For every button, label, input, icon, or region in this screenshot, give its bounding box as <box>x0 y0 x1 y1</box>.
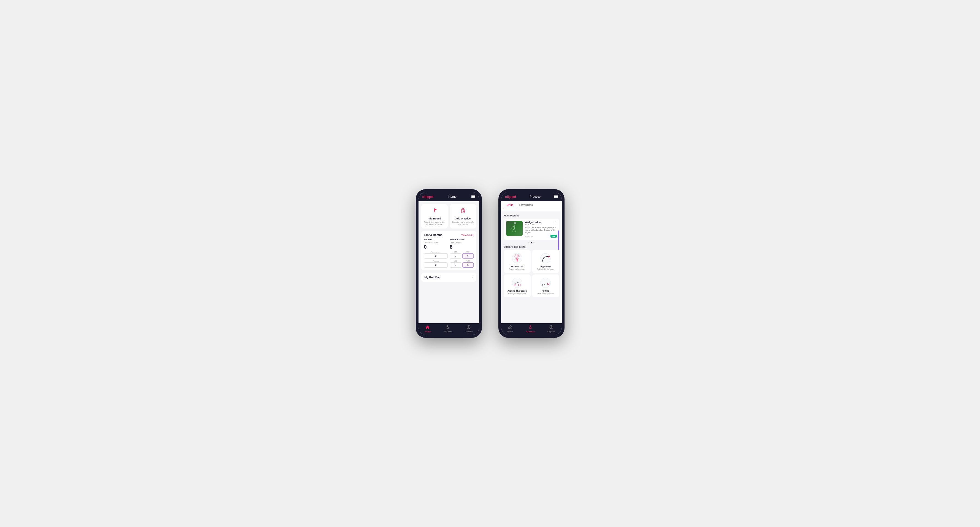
skill-putting-desc: Make and lag practice <box>537 293 554 295</box>
add-practice-title: Add Practice <box>455 217 471 220</box>
drill-description: Play 1 shot at each target yardage. If y… <box>525 226 557 234</box>
arg-label: ARG <box>450 260 461 262</box>
svg-point-44 <box>547 284 548 284</box>
chevron-right-icon: › <box>472 275 473 279</box>
svg-point-43 <box>546 284 547 285</box>
nav-home-2[interactable]: Home <box>508 325 513 333</box>
bottom-nav-1: Home Activities <box>418 323 479 335</box>
app-badge: APP <box>550 235 557 238</box>
skill-approach-name: Approach <box>540 265 550 268</box>
drills-capture-label: Drills Capture <box>450 242 474 244</box>
golf-bag-label: My Golf Bag <box>425 276 441 279</box>
nav-activities-1[interactable]: Activities <box>443 325 452 333</box>
drills-capture-value: 8 <box>450 244 474 250</box>
phone-2: clippd Practice Drills Favourites Most P… <box>498 189 565 338</box>
rounds-title: Rounds <box>424 238 448 241</box>
nav-home-1[interactable]: Home <box>425 325 431 333</box>
skill-approach-desc: Dial-in to hit the green <box>537 268 554 270</box>
dot-2 <box>531 242 532 243</box>
content-2: Most Popular Wedge Ladder 50–100 y <box>501 211 562 323</box>
svg-point-8 <box>447 325 448 327</box>
arg-value: 0 <box>450 262 461 268</box>
drill-shots: ○ 9 shots <box>525 235 533 237</box>
skill-putting-name: Putting <box>542 290 549 292</box>
skill-atg-desc: Hone your short game <box>508 293 526 295</box>
skill-approach[interactable]: Approach Dial-in to hit the green <box>532 250 559 273</box>
most-popular-label: Most Popular <box>504 214 559 217</box>
phone-1: clippd Home Add Rou <box>416 189 482 338</box>
drills-section: Practice Drills Drills Capture 8 OTT 0 A… <box>450 238 474 268</box>
svg-rect-1 <box>434 208 435 212</box>
svg-point-27 <box>541 253 550 263</box>
nav-capture-label-2: Capture <box>547 330 555 333</box>
golf-bag-row[interactable]: My Golf Bag › <box>421 273 476 282</box>
svg-point-28 <box>542 260 543 262</box>
svg-point-42 <box>544 284 545 285</box>
svg-point-0 <box>432 212 437 213</box>
add-round-desc: Record your shots in fast or enhanced mo… <box>423 221 445 226</box>
svg-rect-4 <box>462 208 464 210</box>
shots-count: 9 shots <box>527 235 533 237</box>
svg-line-19 <box>511 227 512 229</box>
nav-home-label-1: Home <box>425 330 431 333</box>
rounds-capture-label: Rounds Capture <box>424 242 448 244</box>
activities-icon-1 <box>445 325 450 330</box>
app-value: 4 <box>462 253 474 259</box>
stats-section-title: Last 3 Months <box>424 233 442 237</box>
flag-icon <box>431 207 438 216</box>
nav-activities-2[interactable]: Activities <box>526 325 535 333</box>
add-practice-card[interactable]: Add Practice Capture your practice off-t… <box>450 204 476 229</box>
home-icon-1 <box>425 325 430 330</box>
top-bar-2: clippd Practice <box>501 192 562 201</box>
logo-1: clippd <box>422 195 434 199</box>
ott-label: OTT <box>450 251 461 253</box>
skill-off-tee[interactable]: Off The Tee Power and accuracy <box>504 250 531 273</box>
menu-button-2[interactable] <box>554 195 558 198</box>
logo-2: clippd <box>505 195 516 199</box>
add-round-card[interactable]: Add Round Record your shots in fast or e… <box>421 204 448 229</box>
svg-point-26 <box>517 260 518 262</box>
drill-name: Wedge Ladder <box>525 221 557 224</box>
dot-3 <box>533 242 535 243</box>
rounds-capture-value: 0 <box>424 244 448 250</box>
tournament-value: 0 <box>424 253 448 259</box>
drill-info: Wedge Ladder 50–100 yds Play 1 shot at e… <box>525 221 557 238</box>
skill-atg[interactable]: Around The Green Hone your short game <box>504 275 531 297</box>
shots-icon: ○ <box>525 235 526 237</box>
svg-point-31 <box>546 256 547 257</box>
dot-1 <box>528 242 530 243</box>
skill-ott-desc: Power and accuracy <box>509 268 525 270</box>
skill-grid: Off The Tee Power and accuracy <box>504 250 559 297</box>
svg-point-45 <box>530 325 531 327</box>
nav-activities-label-1: Activities <box>443 330 452 333</box>
tabs-row: Drills Favourites <box>501 201 562 209</box>
practice-label: Practice <box>424 260 448 262</box>
svg-line-15 <box>514 224 515 228</box>
svg-point-14 <box>514 222 516 224</box>
explore-label: Explore skill areas <box>504 246 559 248</box>
nav-capture-2[interactable]: Capture <box>547 325 555 333</box>
practice-value: 0 <box>424 262 448 268</box>
nav-activities-label-2: Activities <box>526 330 535 333</box>
svg-point-30 <box>544 257 544 258</box>
activities-icon-2 <box>528 325 533 330</box>
drill-card[interactable]: Wedge Ladder 50–100 yds Play 1 shot at e… <box>504 219 559 240</box>
tab-drills[interactable]: Drills <box>504 201 516 209</box>
nav-home-label-2: Home <box>508 330 513 333</box>
tab-favourites[interactable]: Favourites <box>516 201 536 209</box>
svg-marker-2 <box>434 208 437 211</box>
capture-icon-2 <box>549 325 554 330</box>
putt-value: 4 <box>462 262 474 268</box>
star-icon[interactable]: ☆ <box>554 221 557 224</box>
app-label: APP <box>462 251 474 253</box>
nav-capture-1[interactable]: Capture <box>465 325 473 333</box>
bottom-nav-2: Home Activities <box>501 323 562 335</box>
drill-thumbnail <box>506 221 523 236</box>
page-title-1: Home <box>448 195 456 198</box>
menu-button-1[interactable] <box>471 195 475 198</box>
svg-point-38 <box>541 278 550 288</box>
view-activity-link[interactable]: View Activity <box>461 234 473 236</box>
putt-label: PUTT <box>462 260 474 262</box>
stats-card: Last 3 Months View Activity Rounds Round… <box>421 231 476 270</box>
skill-putting[interactable]: Putting Make and lag practice <box>532 275 559 297</box>
